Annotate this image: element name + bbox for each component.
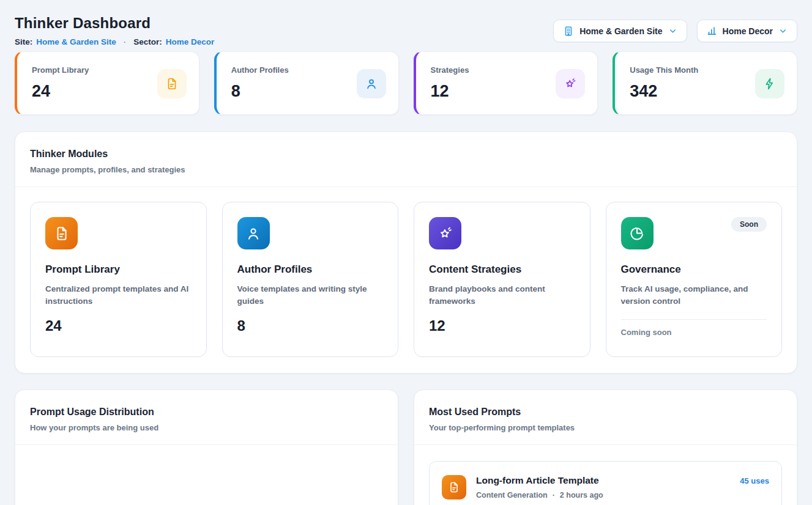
site-label: Site: (15, 37, 32, 46)
header-controls: Home & Garden Site Home Decor (553, 20, 797, 42)
stat-value: 12 (431, 82, 469, 101)
usage-card-subtitle: How your prompts are being used (30, 423, 383, 432)
stat-text: Strategies 12 (431, 65, 469, 101)
stats-row: Prompt Library 24 Author Profiles 8 Stra… (15, 51, 797, 115)
module-title: Author Profiles (237, 264, 384, 276)
prompt-item-meta: Content Generation · 2 hours ago (476, 491, 730, 499)
stat-card-strategies: Strategies 12 (414, 51, 598, 115)
dashboard-page: Thinker Dashboard Site: Home & Garden Si… (0, 0, 812, 505)
site-link[interactable]: Home & Garden Site (36, 37, 116, 46)
module-title: Content Strategies (429, 264, 575, 276)
stat-value: 24 (32, 82, 89, 101)
site-dropdown-label: Home & Garden Site (579, 26, 662, 36)
stat-text: Author Profiles 8 (231, 65, 289, 101)
header-titles: Thinker Dashboard Site: Home & Garden Si… (15, 15, 214, 46)
sector-dropdown[interactable]: Home Decor (697, 20, 797, 42)
stat-label: Strategies (431, 65, 469, 75)
sparkle-star-icon (429, 217, 461, 249)
module-card-author-profiles[interactable]: Author Profiles Voice templates and writ… (222, 202, 399, 357)
modules-title: Thinker Modules (30, 149, 782, 160)
prompt-list: Long-form Article Template Content Gener… (414, 445, 797, 505)
modules-grid: Prompt Library Centralized prompt templa… (15, 187, 797, 372)
separator-dot: · (124, 37, 127, 46)
usage-distribution-card: Prompt Usage Distribution How your promp… (15, 389, 398, 505)
module-count: 12 (429, 317, 575, 334)
prompt-item-title: Long-form Article Template (476, 475, 730, 486)
module-card-prompt-library[interactable]: Prompt Library Centralized prompt templa… (30, 202, 207, 357)
module-description: Voice templates and writing style guides (237, 283, 381, 308)
building-icon (563, 26, 574, 37)
stat-label: Prompt Library (32, 65, 89, 75)
user-icon (357, 69, 386, 98)
breadcrumb: Site: Home & Garden Site · Sector: Home … (15, 37, 214, 46)
page-header: Thinker Dashboard Site: Home & Garden Si… (15, 15, 797, 46)
divider (621, 319, 767, 320)
sector-link[interactable]: Home Decor (166, 37, 215, 46)
sector-dropdown-label: Home Decor (723, 26, 773, 36)
stat-label: Usage This Month (630, 65, 698, 75)
site-dropdown[interactable]: Home & Garden Site (553, 20, 687, 42)
document-icon (442, 475, 466, 499)
prompt-item-category: Content Generation (476, 491, 548, 499)
page-title: Thinker Dashboard (15, 15, 214, 32)
module-count: 24 (45, 317, 192, 334)
bar-chart-icon (707, 26, 717, 36)
prompt-list-item[interactable]: Long-form Article Template Content Gener… (429, 461, 782, 505)
sector-label: Sector: (133, 37, 162, 46)
stat-text: Usage This Month 342 (630, 65, 698, 101)
stat-card-usage: Usage This Month 342 (613, 51, 797, 115)
module-card-content-strategies[interactable]: Content Strategies Brand playbooks and c… (414, 202, 590, 357)
module-title: Governance (621, 264, 767, 276)
stat-card-prompt-library: Prompt Library 24 (15, 51, 199, 115)
stat-card-author-profiles: Author Profiles 8 (214, 51, 399, 115)
stat-label: Author Profiles (231, 65, 289, 75)
prompts-card-subtitle: Your top-performing prompt templates (429, 423, 782, 432)
bottom-row: Prompt Usage Distribution How your promp… (15, 389, 797, 505)
module-description: Centralized prompt templates and AI inst… (45, 283, 189, 308)
usage-card-title: Prompt Usage Distribution (30, 407, 383, 418)
stat-value: 342 (630, 82, 698, 101)
modules-header: Thinker Modules Manage prompts, profiles… (15, 132, 797, 187)
module-description: Brand playbooks and content frameworks (429, 283, 573, 308)
prompts-card-title: Most Used Prompts (429, 407, 782, 418)
separator-dot: · (553, 491, 555, 499)
module-description: Track AI usage, compliance, and version … (621, 283, 765, 308)
donut-chart-area: 15% (15, 445, 398, 505)
stat-value: 8 (231, 82, 289, 101)
most-used-prompts-card: Most Used Prompts Your top-performing pr… (414, 389, 797, 505)
pie-chart-icon (621, 217, 654, 249)
usage-card-header: Prompt Usage Distribution How your promp… (15, 390, 398, 445)
soon-badge: Soon (731, 217, 767, 232)
sparkle-star-icon (556, 69, 585, 98)
user-icon (237, 217, 270, 249)
prompt-item-uses-badge: 45 uses (740, 476, 769, 485)
document-icon (45, 217, 78, 249)
chevron-down-icon (668, 26, 677, 35)
module-card-governance[interactable]: Soon Governance Track AI usage, complian… (606, 202, 783, 357)
module-title: Prompt Library (45, 264, 192, 276)
prompts-card-header: Most Used Prompts Your top-performing pr… (414, 390, 797, 445)
coming-soon-text: Coming soon (621, 328, 767, 337)
chevron-down-icon (778, 26, 788, 35)
stat-text: Prompt Library 24 (32, 65, 89, 101)
modules-panel: Thinker Modules Manage prompts, profiles… (15, 131, 797, 374)
prompt-item-text: Long-form Article Template Content Gener… (476, 475, 730, 499)
modules-subtitle: Manage prompts, profiles, and strategies (30, 165, 782, 174)
lightning-icon (755, 69, 784, 98)
document-icon (157, 69, 187, 98)
module-count: 8 (237, 317, 384, 334)
prompt-item-time: 2 hours ago (560, 491, 603, 499)
